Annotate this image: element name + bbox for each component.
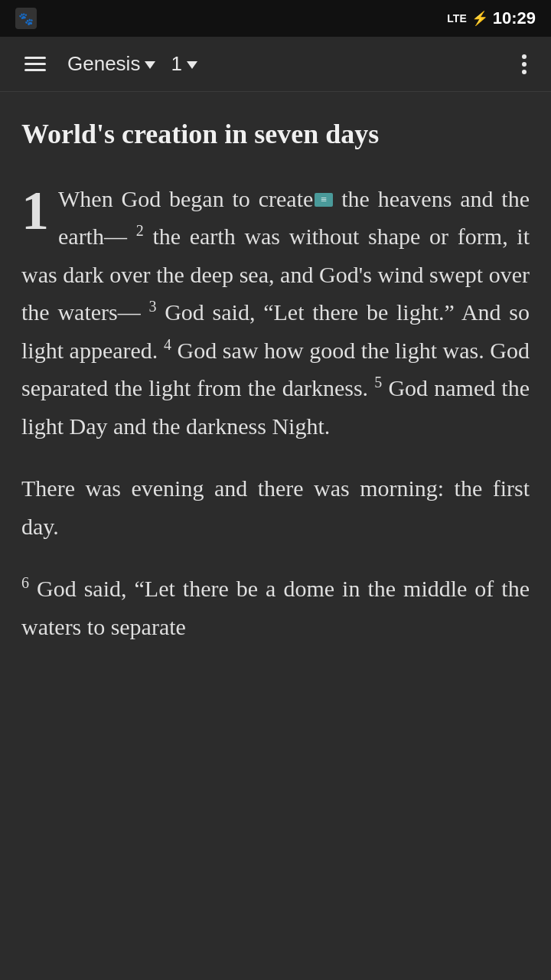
- network-type-label: LTE: [447, 12, 466, 24]
- hamburger-line-1: [24, 57, 46, 59]
- hamburger-line-2: [24, 63, 46, 65]
- bible-content: World's creation in seven days 1 When Go…: [0, 92, 551, 980]
- verse-6-text: God said, “Let there be a dome in the mi…: [21, 576, 530, 639]
- chapter-title: World's creation in seven days: [21, 116, 530, 152]
- status-bar-right: LTE ⚡ 10:29: [447, 8, 536, 28]
- more-dot-2: [522, 62, 527, 67]
- verse-4-superscript: 4: [164, 336, 171, 353]
- chapter-selector[interactable]: 1: [171, 52, 197, 76]
- status-time: 10:29: [493, 8, 536, 28]
- verse-2-superscript: 2: [136, 222, 144, 239]
- status-bar: 🐾 LTE ⚡ 10:29: [0, 0, 551, 37]
- verse-3-superscript: 3: [148, 298, 156, 315]
- hamburger-line-3: [24, 69, 46, 71]
- evening-text: There was evening and there was morning:…: [21, 475, 530, 539]
- chapter-dropdown-arrow-icon: [187, 61, 197, 69]
- verse-1-text-start: When God began to create: [58, 186, 313, 211]
- more-dot-3: [522, 70, 527, 74]
- chapter-number-label: 1: [171, 52, 181, 76]
- paragraph-break: There was evening and there was morning:…: [21, 469, 530, 545]
- verse-6-block: 6 God said, “Let there be a dome in the …: [21, 570, 530, 645]
- more-dot-1: [522, 54, 527, 59]
- app-icon: 🐾: [15, 8, 37, 29]
- menu-button[interactable]: [18, 51, 52, 77]
- verse-block: 1 When God began to create the heavens a…: [21, 180, 530, 646]
- book-selector[interactable]: Genesis: [67, 52, 155, 76]
- verse-5-superscript: 5: [374, 374, 382, 390]
- footnote-icon[interactable]: [315, 193, 333, 207]
- more-options-button[interactable]: [516, 48, 533, 80]
- verse-1-large-number: 1: [21, 183, 49, 238]
- verse-6-superscript: 6: [21, 574, 29, 591]
- book-dropdown-arrow-icon: [145, 61, 155, 69]
- toolbar: Genesis 1: [0, 37, 551, 92]
- book-name-label: Genesis: [67, 52, 140, 76]
- battery-icon: ⚡: [471, 10, 488, 27]
- status-bar-left: 🐾: [15, 8, 37, 29]
